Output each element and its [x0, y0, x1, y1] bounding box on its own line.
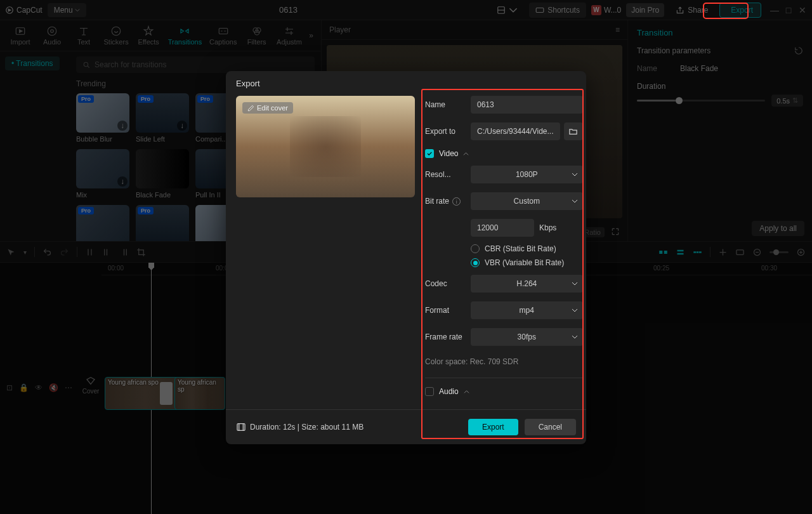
- framerate-select[interactable]: 30fps: [471, 328, 583, 346]
- chevron-down-icon: [572, 307, 578, 313]
- chevron-down-icon: [572, 171, 578, 178]
- chevron-up-icon: [463, 151, 469, 157]
- checkbox-icon: [425, 149, 434, 158]
- codec-label: Codec: [425, 279, 464, 288]
- info-icon[interactable]: i: [452, 197, 461, 206]
- browse-folder-button[interactable]: [564, 122, 583, 140]
- chevron-up-icon: [464, 389, 469, 395]
- colorspace-text: Color space: Rec. 709 SDR: [425, 357, 583, 366]
- folder-icon: [568, 127, 578, 136]
- divider: [425, 378, 583, 378]
- film-icon: [236, 422, 246, 432]
- bitrate-select[interactable]: Custom: [471, 192, 583, 210]
- chevron-down-icon: [572, 334, 578, 340]
- checkbox-icon: [425, 387, 434, 396]
- bitrate-label: Bit rate i: [425, 197, 464, 206]
- export-modal: Export Edit cover Name Export to C:/User…: [226, 71, 586, 444]
- cover-preview: Edit cover: [236, 96, 415, 197]
- framerate-label: Frame rate: [425, 333, 464, 341]
- resolution-select[interactable]: 1080P: [471, 166, 583, 183]
- video-section-toggle[interactable]: Video: [425, 149, 583, 158]
- resolution-label: Resol...: [425, 170, 464, 179]
- audio-section-toggle[interactable]: Audio: [425, 387, 583, 396]
- bitrate-unit: Kbps: [539, 223, 556, 232]
- format-select[interactable]: mp4: [471, 301, 583, 319]
- edit-cover-button[interactable]: Edit cover: [242, 102, 293, 114]
- cbr-radio[interactable]: CBR (Static Bit Rate): [471, 244, 583, 253]
- path-input[interactable]: C:/Users/93444/Vide...: [471, 122, 560, 140]
- svg-rect-24: [237, 424, 245, 431]
- exportto-label: Export to: [425, 127, 464, 136]
- modal-title: Export: [226, 71, 586, 96]
- export-confirm-button[interactable]: Export: [468, 419, 518, 435]
- vbr-radio[interactable]: VBR (Variable Bit Rate): [471, 258, 583, 267]
- chevron-down-icon: [572, 280, 578, 287]
- codec-select[interactable]: H.264: [471, 275, 583, 293]
- name-label: Name: [425, 100, 464, 109]
- pencil-icon: [247, 105, 254, 112]
- export-info: Duration: 12s | Size: about 11 MB: [236, 422, 363, 432]
- bitrate-input[interactable]: [471, 219, 534, 237]
- cancel-button[interactable]: Cancel: [525, 419, 576, 435]
- format-label: Format: [425, 306, 464, 315]
- chevron-down-icon: [572, 198, 578, 204]
- name-input[interactable]: [471, 96, 583, 114]
